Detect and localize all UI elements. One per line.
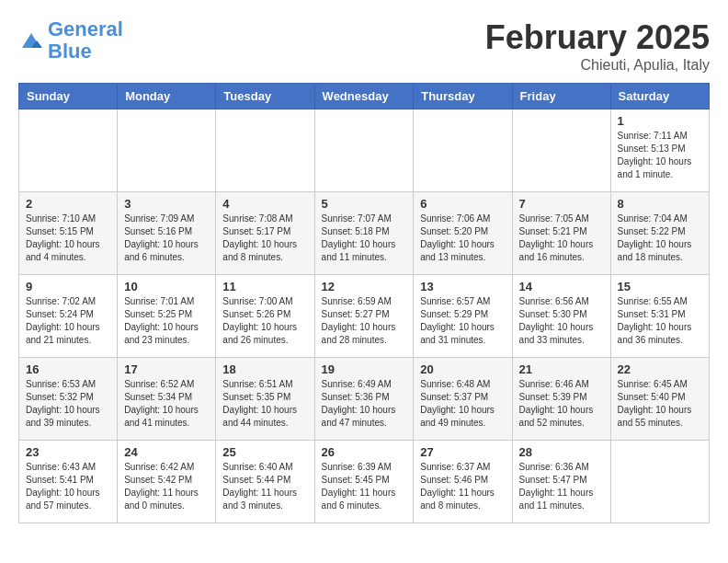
day-number: 22 — [618, 362, 702, 376]
logo-text: General Blue — [48, 18, 123, 63]
calendar-cell — [118, 109, 216, 192]
calendar-cell — [216, 109, 314, 192]
day-number: 26 — [322, 445, 407, 459]
day-number: 23 — [26, 445, 110, 459]
calendar-cell: 11Sunrise: 7:00 AM Sunset: 5:26 PM Dayli… — [216, 275, 314, 358]
day-info: Sunrise: 6:48 AM Sunset: 5:37 PM Dayligh… — [420, 378, 505, 430]
day-info: Sunrise: 7:11 AM Sunset: 5:13 PM Dayligh… — [618, 130, 702, 181]
weekday-header-wednesday: Wednesday — [314, 84, 414, 109]
day-info: Sunrise: 6:39 AM Sunset: 5:45 PM Dayligh… — [322, 461, 407, 512]
calendar-week-row: 1Sunrise: 7:11 AM Sunset: 5:13 PM Daylig… — [19, 109, 710, 192]
calendar-cell: 10Sunrise: 7:01 AM Sunset: 5:25 PM Dayli… — [118, 275, 216, 358]
weekday-header-friday: Friday — [512, 84, 610, 109]
calendar-cell: 8Sunrise: 7:04 AM Sunset: 5:22 PM Daylig… — [610, 192, 709, 275]
calendar-week-row: 16Sunrise: 6:53 AM Sunset: 5:32 PM Dayli… — [19, 358, 710, 441]
calendar-cell: 22Sunrise: 6:45 AM Sunset: 5:40 PM Dayli… — [610, 358, 709, 441]
day-number: 15 — [618, 280, 702, 293]
day-number: 5 — [322, 197, 407, 211]
calendar-cell: 2Sunrise: 7:10 AM Sunset: 5:15 PM Daylig… — [19, 192, 118, 275]
day-number: 11 — [222, 280, 307, 293]
calendar-cell — [314, 109, 414, 192]
weekday-header-thursday: Thursday — [414, 84, 512, 109]
day-number: 12 — [322, 280, 407, 293]
day-number: 3 — [124, 197, 209, 211]
day-info: Sunrise: 6:53 AM Sunset: 5:32 PM Dayligh… — [26, 378, 110, 430]
day-number: 25 — [222, 445, 307, 459]
day-info: Sunrise: 6:55 AM Sunset: 5:31 PM Dayligh… — [618, 295, 702, 347]
weekday-header-row: SundayMondayTuesdayWednesdayThursdayFrid… — [19, 84, 710, 109]
calendar-cell — [19, 109, 118, 192]
day-info: Sunrise: 7:10 AM Sunset: 5:15 PM Dayligh… — [26, 213, 110, 264]
weekday-header-saturday: Saturday — [610, 84, 709, 109]
calendar-cell: 1Sunrise: 7:11 AM Sunset: 5:13 PM Daylig… — [610, 109, 709, 192]
day-number: 17 — [124, 362, 209, 376]
day-number: 10 — [124, 280, 209, 293]
calendar-cell: 12Sunrise: 6:59 AM Sunset: 5:27 PM Dayli… — [314, 275, 414, 358]
calendar-cell: 15Sunrise: 6:55 AM Sunset: 5:31 PM Dayli… — [610, 275, 709, 358]
day-info: Sunrise: 6:36 AM Sunset: 5:47 PM Dayligh… — [519, 461, 604, 512]
day-info: Sunrise: 6:49 AM Sunset: 5:36 PM Dayligh… — [322, 378, 407, 430]
day-info: Sunrise: 6:45 AM Sunset: 5:40 PM Dayligh… — [618, 378, 702, 430]
logo-icon — [18, 28, 44, 53]
day-info: Sunrise: 7:08 AM Sunset: 5:17 PM Dayligh… — [222, 213, 307, 264]
day-number: 16 — [26, 362, 110, 376]
day-info: Sunrise: 6:57 AM Sunset: 5:29 PM Dayligh… — [420, 295, 505, 347]
day-info: Sunrise: 7:01 AM Sunset: 5:25 PM Dayligh… — [124, 295, 209, 347]
calendar-cell — [414, 109, 512, 192]
day-number: 14 — [519, 280, 604, 293]
weekday-header-sunday: Sunday — [19, 84, 118, 109]
calendar-cell: 13Sunrise: 6:57 AM Sunset: 5:29 PM Dayli… — [414, 275, 512, 358]
day-number: 2 — [26, 197, 110, 211]
day-number: 1 — [618, 114, 702, 128]
day-info: Sunrise: 7:04 AM Sunset: 5:22 PM Dayligh… — [618, 213, 702, 264]
day-number: 8 — [618, 197, 702, 211]
calendar-cell: 18Sunrise: 6:51 AM Sunset: 5:35 PM Dayli… — [216, 358, 314, 441]
calendar-cell: 28Sunrise: 6:36 AM Sunset: 5:47 PM Dayli… — [512, 441, 610, 523]
day-info: Sunrise: 7:06 AM Sunset: 5:20 PM Dayligh… — [420, 213, 505, 264]
calendar-week-row: 9Sunrise: 7:02 AM Sunset: 5:24 PM Daylig… — [19, 275, 710, 358]
calendar-cell: 7Sunrise: 7:05 AM Sunset: 5:21 PM Daylig… — [512, 192, 610, 275]
day-number: 18 — [222, 362, 307, 376]
day-info: Sunrise: 6:46 AM Sunset: 5:39 PM Dayligh… — [519, 378, 604, 430]
calendar-cell: 23Sunrise: 6:43 AM Sunset: 5:41 PM Dayli… — [19, 441, 118, 523]
day-number: 13 — [420, 280, 505, 293]
calendar-cell: 16Sunrise: 6:53 AM Sunset: 5:32 PM Dayli… — [19, 358, 118, 441]
page-header: General Blue February 2025 Chieuti, Apul… — [18, 18, 710, 74]
day-number: 4 — [222, 197, 307, 211]
day-number: 21 — [519, 362, 604, 376]
weekday-header-tuesday: Tuesday — [216, 84, 314, 109]
day-info: Sunrise: 6:56 AM Sunset: 5:30 PM Dayligh… — [519, 295, 604, 347]
calendar-cell: 27Sunrise: 6:37 AM Sunset: 5:46 PM Dayli… — [414, 441, 512, 523]
day-number: 6 — [420, 197, 505, 211]
calendar-cell: 4Sunrise: 7:08 AM Sunset: 5:17 PM Daylig… — [216, 192, 314, 275]
day-info: Sunrise: 6:40 AM Sunset: 5:44 PM Dayligh… — [222, 461, 307, 512]
calendar-week-row: 2Sunrise: 7:10 AM Sunset: 5:15 PM Daylig… — [19, 192, 710, 275]
day-number: 7 — [519, 197, 604, 211]
day-info: Sunrise: 6:37 AM Sunset: 5:46 PM Dayligh… — [420, 461, 505, 512]
day-info: Sunrise: 6:42 AM Sunset: 5:42 PM Dayligh… — [124, 461, 209, 512]
day-number: 20 — [420, 362, 505, 376]
calendar-cell: 20Sunrise: 6:48 AM Sunset: 5:37 PM Dayli… — [414, 358, 512, 441]
calendar-cell: 21Sunrise: 6:46 AM Sunset: 5:39 PM Dayli… — [512, 358, 610, 441]
day-info: Sunrise: 7:02 AM Sunset: 5:24 PM Dayligh… — [26, 295, 110, 347]
day-info: Sunrise: 6:43 AM Sunset: 5:41 PM Dayligh… — [26, 461, 110, 512]
day-number: 24 — [124, 445, 209, 459]
day-number: 19 — [322, 362, 407, 376]
logo: General Blue — [18, 18, 123, 63]
day-info: Sunrise: 7:05 AM Sunset: 5:21 PM Dayligh… — [519, 213, 604, 264]
location: Chieuti, Apulia, Italy — [485, 57, 710, 74]
calendar-cell: 9Sunrise: 7:02 AM Sunset: 5:24 PM Daylig… — [19, 275, 118, 358]
calendar-cell: 3Sunrise: 7:09 AM Sunset: 5:16 PM Daylig… — [118, 192, 216, 275]
day-info: Sunrise: 6:52 AM Sunset: 5:34 PM Dayligh… — [124, 378, 209, 430]
calendar-table: SundayMondayTuesdayWednesdayThursdayFrid… — [18, 83, 710, 523]
day-info: Sunrise: 7:07 AM Sunset: 5:18 PM Dayligh… — [322, 213, 407, 264]
day-number: 27 — [420, 445, 505, 459]
day-info: Sunrise: 6:51 AM Sunset: 5:35 PM Dayligh… — [222, 378, 307, 430]
calendar-cell: 25Sunrise: 6:40 AM Sunset: 5:44 PM Dayli… — [216, 441, 314, 523]
calendar-cell: 17Sunrise: 6:52 AM Sunset: 5:34 PM Dayli… — [118, 358, 216, 441]
day-number: 28 — [519, 445, 604, 459]
day-info: Sunrise: 7:00 AM Sunset: 5:26 PM Dayligh… — [222, 295, 307, 347]
calendar-cell: 14Sunrise: 6:56 AM Sunset: 5:30 PM Dayli… — [512, 275, 610, 358]
calendar-cell: 5Sunrise: 7:07 AM Sunset: 5:18 PM Daylig… — [314, 192, 414, 275]
weekday-header-monday: Monday — [118, 84, 216, 109]
